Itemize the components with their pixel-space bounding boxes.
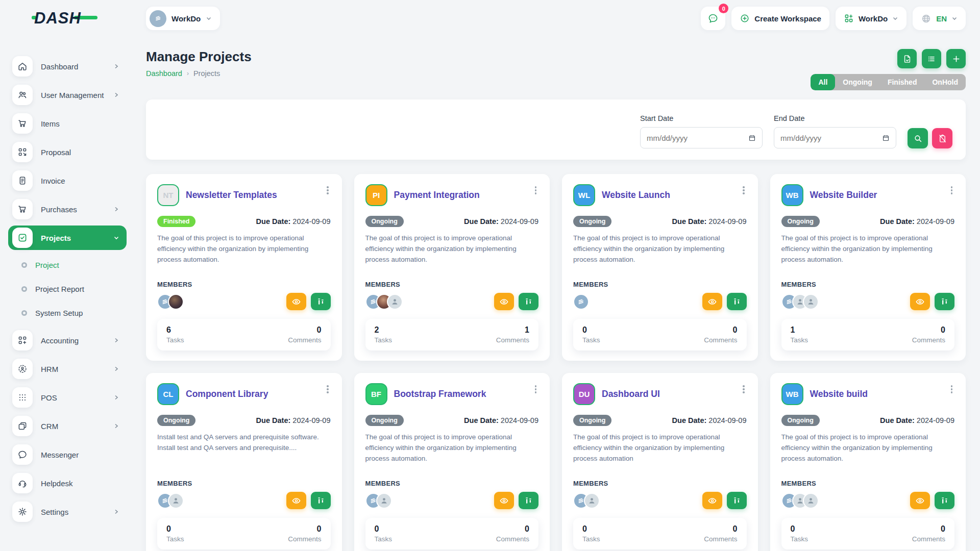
project-title-link[interactable]: Website build [810,389,868,399]
project-avatar: NT [157,184,179,206]
add-project-button[interactable] [946,49,966,68]
app-switcher-button[interactable]: WorkDo [836,7,906,30]
card-menu-button[interactable] [533,383,539,395]
breadcrumb-current: Projects [193,69,220,78]
clear-filter-button[interactable] [932,128,952,148]
card-menu-button[interactable] [741,383,747,395]
tab-ongoing[interactable]: Ongoing [835,74,880,90]
sidebar-item-dashboard[interactable]: Dashboard [8,52,127,81]
language-selector[interactable]: EN [913,7,966,30]
sidebar-item-items[interactable]: Items [8,109,127,138]
project-card: PI Payment Integration Ongoing Due Date:… [354,174,550,361]
project-title-link[interactable]: Website Builder [810,190,877,201]
eye-icon [499,496,509,506]
project-title-link[interactable]: Newsletter Templates [186,190,277,201]
start-date-label: Start Date [640,114,763,122]
project-stats: 2Tasks 1Comments [365,319,539,350]
project-board-button[interactable] [519,293,538,310]
tab-onhold[interactable]: OnHold [924,74,966,90]
start-date-input[interactable] [647,134,748,142]
view-project-button[interactable] [494,492,514,509]
language-label: EN [936,14,947,23]
card-menu-button[interactable] [533,184,539,196]
project-title-link[interactable]: Website Launch [602,190,670,201]
card-menu-button[interactable] [949,184,955,196]
project-description: The goal of this project is to improve o… [573,432,747,464]
project-board-button[interactable] [727,492,747,509]
sidebar-item-purchases[interactable]: Purchases [8,195,127,223]
brand-logo[interactable]: DASH [0,0,135,37]
sidebar-item-pos[interactable]: POS [8,383,127,412]
submenu-item-project[interactable]: Project [21,253,127,277]
sidebar-item-messenger[interactable]: Messenger [8,440,127,469]
project-stats: 0Tasks 0Comments [781,518,955,549]
card-menu-button[interactable] [949,383,955,395]
bullet-icon [21,310,27,316]
proposal-icon [12,142,33,162]
search-icon [913,134,923,143]
messages-button[interactable]: 0 [701,7,725,30]
sidebar-item-hrm[interactable]: HRM [8,355,127,383]
sidebar-item-label: CRM [41,422,58,431]
tab-finished[interactable]: Finished [880,74,925,90]
tasks-count: 2 [375,325,393,335]
view-project-button[interactable] [286,492,306,509]
card-menu-button[interactable] [325,184,331,196]
submenu-item-project-report[interactable]: Project Report [21,277,127,301]
list-view-button[interactable] [922,49,941,68]
view-project-button[interactable] [910,492,930,509]
kanban-icon [732,496,742,506]
project-board-button[interactable] [311,293,331,310]
view-project-button[interactable] [910,293,930,310]
sidebar-item-label: Invoice [41,177,65,185]
view-project-button[interactable] [286,293,306,310]
tab-all[interactable]: All [811,74,835,90]
tasks-count: 1 [791,325,808,335]
workspace-selector[interactable]: WorkDo [146,7,220,30]
due-date: Due Date: 2024-09-09 [256,217,331,226]
sidebar-item-proposal[interactable]: Proposal [8,138,127,166]
dots-grid-icon [12,387,33,408]
sidebar-item-helpdesk[interactable]: Helpdesk [8,469,127,497]
apply-filter-button[interactable] [908,128,928,148]
submenu-item-system-setup[interactable]: System Setup [21,301,127,325]
member-avatar [387,294,403,310]
project-title-link[interactable]: Component Library [186,389,268,399]
project-board-button[interactable] [519,492,538,509]
sidebar-item-user-management[interactable]: User Management [8,81,127,109]
project-board-button[interactable] [727,293,747,310]
project-avatar: WB [781,383,803,405]
project-board-button[interactable] [935,492,954,509]
tasks-count: 0 [166,524,184,534]
eye-icon [499,297,509,307]
project-avatar: WB [781,184,803,206]
calendar-icon[interactable] [882,134,890,142]
end-date-input[interactable] [780,134,882,142]
project-title-link[interactable]: Payment Integration [394,190,480,201]
comments-count: 0 [733,325,738,335]
project-title-link[interactable]: Bootstrap Framework [394,389,486,399]
project-title-link[interactable]: Dashboard UI [602,389,660,399]
export-button[interactable] [897,49,917,68]
status-badge: Ongoing [157,415,195,426]
calendar-icon[interactable] [748,134,756,142]
breadcrumb-dashboard-link[interactable]: Dashboard [146,69,182,78]
project-card: BF Bootstrap Framework Ongoing Due Date:… [354,373,550,551]
card-menu-button[interactable] [741,184,747,196]
page-title: Manage Projects [146,49,252,65]
view-project-button[interactable] [702,293,722,310]
create-workspace-button[interactable]: Create Workspace [731,7,829,30]
sidebar-item-projects[interactable]: Projects [8,226,127,250]
workspace-name: WorkDo [172,14,201,23]
project-board-button[interactable] [935,293,954,310]
project-card: DU Dashboard UI Ongoing Due Date: 2024-0… [562,373,758,551]
view-project-button[interactable] [702,492,722,509]
sidebar-item-invoice[interactable]: Invoice [8,166,127,195]
card-menu-button[interactable] [325,383,331,395]
sidebar-item-crm[interactable]: CRM [8,412,127,440]
sidebar-item-settings[interactable]: Settings [8,497,127,526]
sidebar-item-accounting[interactable]: Accounting [8,326,127,355]
project-board-button[interactable] [311,492,331,509]
view-project-button[interactable] [494,293,514,310]
comments-count: 0 [733,524,738,534]
